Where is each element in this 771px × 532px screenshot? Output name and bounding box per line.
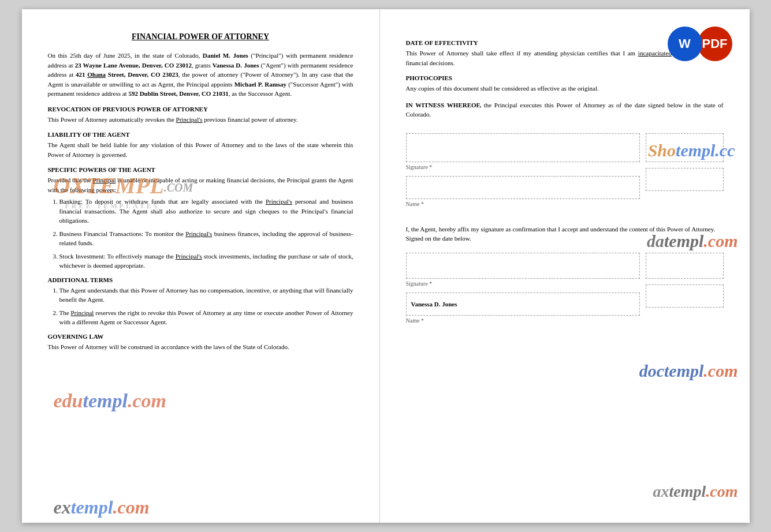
watermark-edu: edutempl.com: [54, 390, 166, 412]
principal-signature-section: Signature * Name *: [406, 133, 724, 213]
agent-date-col: [646, 253, 724, 329]
watermark-axtempl: axtempl.com: [653, 482, 738, 501]
page-left: OXTEMPL.COM FREE TEMPLATES edutempl.com …: [22, 9, 380, 523]
intro-paragraph: On this 25th day of June 2025, in the st…: [48, 51, 353, 99]
additional-terms-item-1: The Agent understands that this Power of…: [59, 286, 353, 305]
agent-signature-section: Signature * Vanessa D. Jones Name *: [406, 253, 724, 329]
agent-name-value: Vanessa D. Jones: [411, 301, 457, 308]
principal-date-box[interactable]: [646, 133, 724, 162]
section-powers-intro: Provided that the Principal is unable or…: [48, 175, 353, 194]
additional-terms-item-2: The Principal reserves the right to revo…: [59, 308, 353, 327]
pdf-icon: PDF: [698, 27, 732, 61]
powers-list-item-2: Business Financial Transactions: To moni…: [59, 229, 353, 248]
agent-date2-box[interactable]: [646, 284, 724, 308]
principal-sig-row: Signature * Name *: [406, 133, 724, 213]
principal-signature-label: Signature *: [406, 164, 640, 170]
section-governing-heading: GOVERNING LAW: [48, 333, 353, 340]
watermark-extempl: extempl.com: [54, 497, 150, 518]
watermark-doctempl: doctempl.com: [639, 361, 738, 381]
in-witness-text: IN WITNESS WHEREOF, the Principal execut…: [406, 100, 724, 119]
agent-signature-box[interactable]: [406, 253, 640, 279]
agent-sig-col: Signature * Vanessa D. Jones Name *: [406, 253, 640, 329]
section-revocation-text: This Power of Attorney automatically rev…: [48, 115, 353, 125]
agent-date-box[interactable]: [646, 253, 724, 279]
principal-name-box[interactable]: [406, 176, 640, 199]
format-icons: W PDF: [668, 27, 732, 61]
section-governing-text: This Power of Attorney will be construed…: [48, 342, 353, 352]
section-revocation-heading: REVOCATION OF PREVIOUS POWER OF ATTORNEY: [48, 106, 353, 113]
principal-sig-col: Signature * Name *: [406, 133, 640, 213]
principal-signature-box[interactable]: [406, 133, 640, 162]
section-photocopies-text: Any copies of this document shall be con…: [406, 84, 724, 93]
section-liability-heading: LIABILITY OF THE AGENT: [48, 131, 353, 138]
agent-name-box[interactable]: Vanessa D. Jones: [406, 293, 640, 316]
section-additional-heading: ADDITIONAL TERMS: [48, 276, 353, 283]
agent-sig-row: Signature * Vanessa D. Jones Name *: [406, 253, 724, 329]
powers-list-item-3: Stock Investment: To effectively manage …: [59, 252, 353, 271]
additional-terms-list: The Agent understands that this Power of…: [48, 286, 353, 327]
document-title: FINANCIAL POWER OF ATTORNEY: [48, 32, 353, 42]
section-liability-text: The Agent shall be held liable for any v…: [48, 140, 353, 159]
powers-list-item-1: Banking: To deposit or withdraw funds th…: [59, 197, 353, 226]
powers-list: Banking: To deposit or withdraw funds th…: [48, 197, 353, 271]
agent-name-label: Name *: [406, 317, 640, 324]
word-icon: W: [668, 27, 702, 61]
principal-date2-box[interactable]: [646, 168, 724, 191]
document-container: OXTEMPL.COM FREE TEMPLATES edutempl.com …: [22, 9, 750, 523]
principal-date-col: [646, 133, 724, 213]
agent-signature-label: Signature *: [406, 280, 640, 287]
section-photocopies-heading: PHOTOCOPIES: [406, 74, 724, 81]
principal-name-label: Name *: [406, 201, 640, 207]
agent-confirm-text: I, the Agent, hereby affix my signature …: [406, 224, 724, 243]
section-powers-heading: SPECIFIC POWERS OF THE AGENT: [48, 166, 353, 173]
page-right: W PDF Shotempl.cc datempl.com doctempl.c…: [380, 9, 750, 523]
